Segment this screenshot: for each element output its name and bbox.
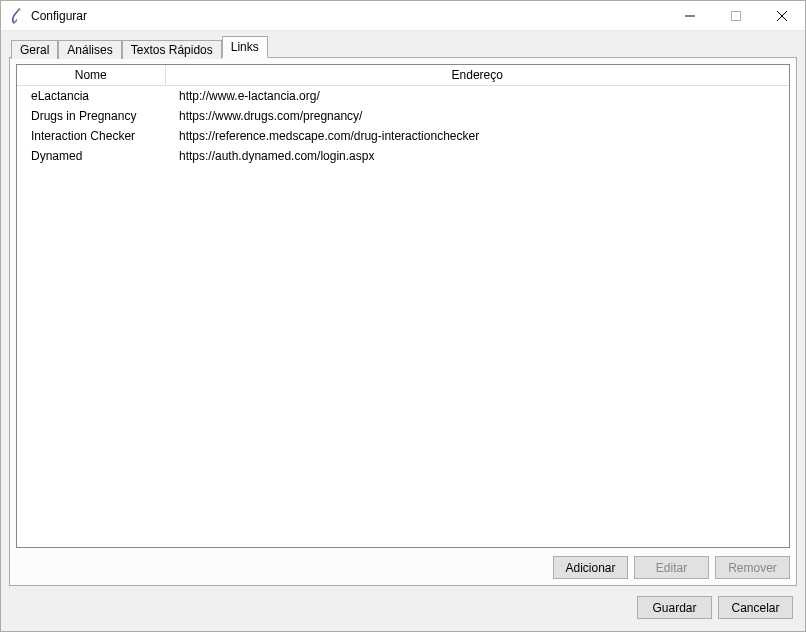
cell-address: http://www.e-lactancia.org/ (165, 86, 789, 106)
tab-analises[interactable]: Análises (58, 40, 121, 59)
tab-textos-rapidos[interactable]: Textos Rápidos (122, 40, 222, 59)
col-header-address[interactable]: Endereço (165, 65, 789, 86)
col-header-name[interactable]: Nome (17, 65, 165, 86)
app-icon (9, 8, 25, 24)
maximize-button[interactable] (713, 1, 759, 31)
links-action-buttons: Adicionar Editar Remover (16, 548, 790, 579)
save-button[interactable]: Guardar (637, 596, 712, 619)
close-button[interactable] (759, 1, 805, 31)
dialog-buttons: Guardar Cancelar (9, 586, 797, 623)
cell-address: https://auth.dynamed.com/login.aspx (165, 146, 789, 166)
config-window: Configurar Geral Análises Textos Rápidos… (0, 0, 806, 632)
client-area: Geral Análises Textos Rápidos Links Nome (1, 31, 805, 631)
table-row[interactable]: Interaction Checker https://reference.me… (17, 126, 789, 146)
edit-button-label: Editar (656, 561, 687, 575)
tab-links-label: Links (231, 40, 259, 54)
links-table[interactable]: Nome Endereço eLactancia http://www.e-la… (17, 65, 789, 166)
cell-address: https://www.drugs.com/pregnancy/ (165, 106, 789, 126)
tab-page-links: Nome Endereço eLactancia http://www.e-la… (9, 57, 797, 586)
remove-button-label: Remover (728, 561, 777, 575)
tab-control: Geral Análises Textos Rápidos Links Nome (9, 35, 797, 586)
svg-rect-1 (732, 11, 741, 20)
cancel-button[interactable]: Cancelar (718, 596, 793, 619)
cell-name: Interaction Checker (17, 126, 165, 146)
tab-geral-label: Geral (20, 43, 49, 57)
add-button-label: Adicionar (565, 561, 615, 575)
titlebar: Configurar (1, 1, 805, 31)
tab-links[interactable]: Links (222, 36, 268, 58)
table-row[interactable]: Drugs in Pregnancy https://www.drugs.com… (17, 106, 789, 126)
cell-name: Drugs in Pregnancy (17, 106, 165, 126)
tab-geral[interactable]: Geral (11, 40, 58, 59)
table-row[interactable]: Dynamed https://auth.dynamed.com/login.a… (17, 146, 789, 166)
cell-name: Dynamed (17, 146, 165, 166)
minimize-button[interactable] (667, 1, 713, 31)
tab-textos-rapidos-label: Textos Rápidos (131, 43, 213, 57)
links-table-container: Nome Endereço eLactancia http://www.e-la… (16, 64, 790, 548)
cancel-button-label: Cancelar (731, 601, 779, 615)
remove-button[interactable]: Remover (715, 556, 790, 579)
cell-name: eLactancia (17, 86, 165, 106)
tab-strip: Geral Análises Textos Rápidos Links (9, 35, 797, 57)
edit-button[interactable]: Editar (634, 556, 709, 579)
save-button-label: Guardar (652, 601, 696, 615)
window-title: Configurar (31, 9, 87, 23)
add-button[interactable]: Adicionar (553, 556, 628, 579)
cell-address: https://reference.medscape.com/drug-inte… (165, 126, 789, 146)
tab-analises-label: Análises (67, 43, 112, 57)
table-row[interactable]: eLactancia http://www.e-lactancia.org/ (17, 86, 789, 106)
